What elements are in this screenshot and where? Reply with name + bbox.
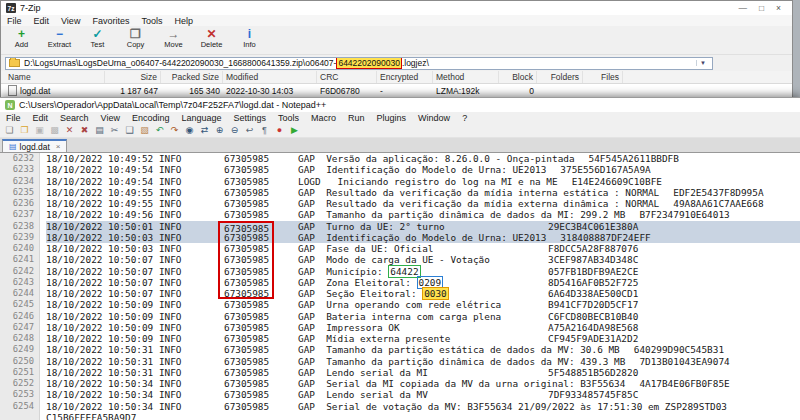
log-line[interactable]: 18/10/2022 10:49:55 INFO67305985GAP Resu… [46,187,800,198]
npp-menu-macro[interactable]: Macro [305,113,342,123]
zoom-out-icon[interactable]: ⊖ [228,125,241,136]
line-number: 6247 [0,322,34,333]
npp-menu-window[interactable]: Window [412,113,456,123]
log-line[interactable]: 18/10/2022 10:49:55 INFO67305985GAP Resu… [46,198,800,209]
column-header-modified[interactable]: Modified [223,71,317,83]
replace-icon[interactable]: ⇄ [198,125,211,136]
open-folder-icon[interactable]: ❐ [18,125,31,136]
log-message: GAP Zona Eleitoral: 0209 [298,277,534,288]
file-name: logd.dat [20,86,50,96]
move-button[interactable]: →Move [157,28,190,49]
column-header-folders[interactable]: Folders [537,71,583,83]
npp-menu-run[interactable]: Run [342,113,371,123]
npp-menu-plugins[interactable]: Plugins [371,113,413,123]
column-header-encrypted[interactable]: Encrypted [377,71,433,83]
column-header-name[interactable]: Name [5,71,105,83]
npp-menu-settings[interactable]: Settings [228,113,273,123]
show-all-chars-icon[interactable]: ¶ [258,125,271,136]
zip-menu-favorites[interactable]: Favorites [86,16,135,26]
log-line[interactable]: 18/10/2022 10:49:52 INFO67305985GAP Vers… [46,153,800,164]
log-line[interactable]: 18/10/2022 10:50:09 INFO67305985GAP Bate… [46,311,800,322]
npp-title-bar[interactable]: N C:\Users\Operador\AppData\Local\Temp\7… [0,98,800,112]
log-line[interactable]: 18/10/2022 10:50:03 INFO67305985GAP Fase… [46,243,800,254]
column-header-method[interactable]: Method [433,71,499,83]
maximize-button[interactable]: □ [759,3,764,13]
npp-menu-edit[interactable]: Edit [27,113,55,123]
log-line[interactable]: 18/10/2022 10:50:03 INFO67305985GAP Iden… [46,232,800,243]
minimize-button[interactable]: — [738,3,747,13]
npp-menu-item[interactable]: ? [456,113,473,123]
copy-icon[interactable]: ❑ [123,125,136,136]
zip-file-row[interactable]: logd.dat1 187 647165 3402022-10-30 14:03… [1,84,792,97]
log-hash: B7F2347910E64013 [639,209,729,220]
new-file-icon[interactable]: ❏ [3,125,16,136]
redo-icon[interactable]: ↷ [168,125,181,136]
log-line[interactable]: 18/10/2022 10:50:01 INFO67305985GAP Turn… [46,221,800,232]
zip-menu-file[interactable]: File [1,16,28,26]
column-header-size[interactable]: Size [105,71,161,83]
log-line[interactable]: 18/10/2022 10:50:31 INFO67305985GAP Tama… [46,344,800,355]
info-button[interactable]: iInfo [233,28,266,49]
zoom-in-icon[interactable]: ⊕ [213,125,226,136]
line-number: 6237 [0,209,34,220]
macro-record-icon[interactable]: ● [273,125,286,136]
zip-title-bar[interactable]: 7z 7-Zip —□× [1,1,792,15]
npp-menu-encoding[interactable]: Encoding [126,113,176,123]
log-timestamp: 18/10/2022 10:50:01 INFO [46,221,184,232]
column-header-block[interactable]: Block [499,71,537,83]
close-button[interactable]: × [776,3,781,13]
log-line[interactable]: 18/10/2022 10:50:34 INFO67305985GAP Lend… [46,389,800,400]
column-header-files[interactable]: Files [583,71,623,83]
add-button[interactable]: +Add [5,28,38,49]
log-line[interactable]: C15B6FFEFA5BA9D7 [46,412,800,420]
log-line[interactable]: 18/10/2022 10:49:54 INFO67305985LOGD Ini… [46,176,800,187]
log-line[interactable]: 18/10/2022 10:50:07 INFO67305985GAP Modo… [46,254,800,265]
log-hash: 7D13B01043EA9074 [639,356,729,367]
column-header-packed-size[interactable]: Packed Size [161,71,223,83]
log-line[interactable]: 18/10/2022 10:50:31 INFO67305985GAP Lend… [46,367,800,378]
npp-menu-file[interactable]: File [0,113,27,123]
tab-logd-dat[interactable]: ▤ logd.dat × [2,139,67,152]
zip-menu-edit[interactable]: Edit [28,16,56,26]
log-line[interactable]: 18/10/2022 10:49:54 INFO67305985GAP Iden… [46,164,800,175]
log-line[interactable]: 18/10/2022 10:49:56 INFO67305985GAP Tama… [46,209,800,220]
npp-menu-search[interactable]: Search [54,113,95,123]
log-process-id: 67305985 [218,378,274,389]
paste-icon[interactable]: ▧ [138,125,151,136]
log-line[interactable]: 18/10/2022 10:50:31 INFO67305985GAP Tama… [46,356,800,367]
extract-button[interactable]: −Extract [43,28,76,49]
log-line[interactable]: 18/10/2022 10:50:09 INFO67305985GAP Impr… [46,322,800,333]
column-header-crc[interactable]: CRC [317,71,377,83]
log-line[interactable]: 18/10/2022 10:50:07 INFO67305985GAP Seçã… [46,288,800,299]
line-number: 6240 [0,243,34,254]
save-all-icon[interactable]: ▩ [48,125,61,136]
word-wrap-icon[interactable]: ↩ [243,125,256,136]
zip-path-highlight: 6442202090030 [336,57,401,69]
copy-button[interactable]: ❐Copy [119,28,152,49]
path-dropdown-icon[interactable]: ▼ [696,60,709,66]
log-line[interactable]: 18/10/2022 10:50:09 INFO67305985GAP Urna… [46,299,800,310]
undo-icon[interactable]: ↶ [153,125,166,136]
print-icon[interactable]: ▤ [93,125,106,136]
zip-menu-help[interactable]: Help [168,16,199,26]
close-icon[interactable]: ✕ [63,125,76,136]
save-icon[interactable]: ▣ [33,125,46,136]
macro-play-icon[interactable]: ▶ [288,125,301,136]
test-button[interactable]: ✓Test [81,28,114,49]
zip-menu-tools[interactable]: Tools [135,16,168,26]
log-line[interactable]: 18/10/2022 10:50:34 INFO67305985GAP Seri… [46,378,800,389]
find-icon[interactable]: ◉ [183,125,196,136]
npp-menu-tools[interactable]: Tools [272,113,305,123]
zip-menu-view[interactable]: View [55,16,86,26]
log-message: GAP Lendo serial da MI [298,367,534,378]
zip-path-input[interactable]: D:\LogsUrnas\LogsDeUrna_o06407-644220209… [5,57,713,70]
close-all-icon[interactable]: ✖ [78,125,91,136]
log-hash: 3CEF987AB34D348C [548,254,638,265]
delete-button[interactable]: ✕Delete [195,28,228,49]
cut-icon[interactable]: ✂ [108,125,121,136]
npp-menu-language[interactable]: Language [175,113,227,123]
log-line[interactable]: 18/10/2022 10:50:09 INFO67305985GAP Mídi… [46,333,800,344]
npp-menu-view[interactable]: View [95,113,126,123]
log-line[interactable]: 18/10/2022 10:50:34 INFO67305985GAP Seri… [46,401,800,412]
tab-close-icon[interactable]: × [56,142,61,151]
